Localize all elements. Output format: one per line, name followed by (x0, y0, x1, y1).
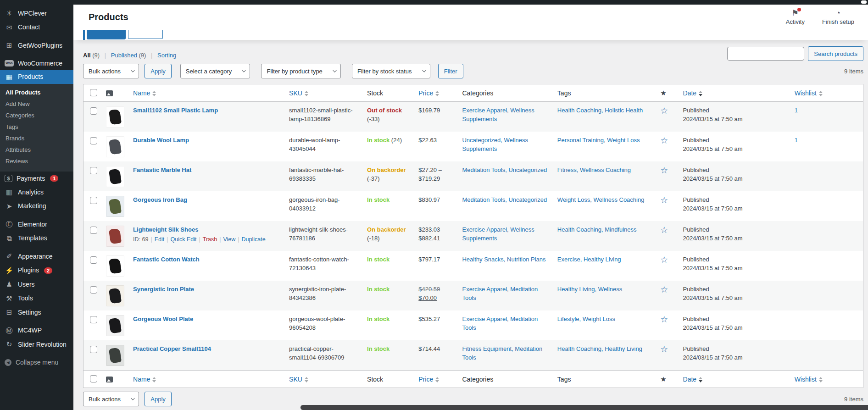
sidebar-item-tools[interactable]: ⚒Tools (0, 292, 73, 306)
product-name-link[interactable]: Fantastic Marble Hat (133, 166, 191, 173)
finish-setup-button[interactable]: ◔ Finish setup (822, 9, 854, 25)
edit-link[interactable]: Edit (155, 236, 171, 243)
product-name-link[interactable]: Synergistic Iron Plate (133, 286, 194, 293)
product-categories[interactable]: Fitness Equipment, Meditation Tools (462, 345, 542, 361)
sidebar-subitem-brands[interactable]: Brands (0, 133, 73, 144)
scrollbar-thumb[interactable] (861, 0, 867, 4)
sidebar-subitem-categories[interactable]: Categories (0, 110, 73, 121)
product-image[interactable] (106, 226, 124, 247)
bulk-actions-select-bottom[interactable]: Bulk actions (83, 392, 139, 406)
product-categories[interactable]: Exercise Apparel, Wellness Supplements (462, 226, 534, 242)
sidebar-subitem-reviews[interactable]: Reviews (0, 155, 73, 167)
sidebar-item-users[interactable]: ♟Users (0, 277, 73, 292)
bulk-actions-select[interactable]: Bulk actions (83, 64, 139, 78)
quick-edit-link[interactable]: Quick Edit (171, 236, 203, 243)
sidebar-item-marketing[interactable]: ➤Marketing (0, 199, 73, 214)
collapse-menu-button[interactable]: ◀Collapse menu (0, 356, 73, 369)
sort-by-date[interactable]: Date (683, 376, 697, 383)
row-select-checkbox[interactable] (90, 137, 97, 144)
product-tags[interactable]: Health Coaching, Mindfulness (557, 226, 637, 233)
featured-star-icon[interactable]: ☆ (660, 106, 668, 116)
sidebar-item-woocommerce[interactable]: WooWooCommerce (0, 57, 73, 70)
product-categories[interactable]: Meditation Tools, Uncategorized (462, 196, 547, 203)
sidebar-item-getwooplugins[interactable]: ⊞GetWooPlugins (0, 39, 73, 53)
product-name-link[interactable]: Small1102 Small Plastic Lamp (133, 107, 218, 114)
sort-by-price[interactable]: Price (418, 376, 433, 383)
select-all-checkbox[interactable] (90, 89, 97, 96)
product-image[interactable] (106, 166, 124, 187)
featured-star-icon[interactable]: ☆ (660, 225, 668, 235)
product-categories[interactable]: Exercise Apparel, Wellness Supplements (462, 107, 534, 122)
sort-by-sku[interactable]: SKU (289, 89, 302, 97)
featured-star-icon[interactable]: ☆ (660, 255, 668, 265)
featured-star-icon[interactable]: ☆ (660, 195, 668, 205)
sidebar-item-slider-revolution[interactable]: ↻Slider Revolution (0, 338, 73, 352)
sort-by-name[interactable]: Name (133, 89, 150, 97)
sort-by-name[interactable]: Name (133, 376, 150, 383)
sidebar-item-elementor[interactable]: ⒺElementor (0, 217, 73, 232)
product-name-link[interactable]: Gorgeous Iron Bag (133, 196, 187, 203)
product-image[interactable] (106, 345, 124, 366)
sort-by-wishlist[interactable]: Wishlist (795, 376, 817, 383)
duplicate-link[interactable]: Duplicate (242, 236, 266, 243)
product-tags[interactable]: Healthy Living, Wellness (557, 286, 622, 293)
product-tags[interactable]: Health Coaching, Holistic Health (557, 107, 643, 114)
product-tags[interactable]: Fitness, Wellness Coaching (557, 166, 631, 173)
view-link[interactable]: View (223, 236, 241, 243)
product-name-link[interactable]: Fantastic Cotton Watch (133, 256, 200, 263)
sidebar-subitem-add-new[interactable]: Add New (0, 98, 73, 110)
search-products-button[interactable]: Search products (808, 46, 863, 61)
cutoff-primary-button[interactable] (87, 30, 126, 39)
sidebar-item-plugins[interactable]: ⚡Plugins2 (0, 264, 73, 278)
product-categories[interactable]: Meditation Tools, Uncategorized (462, 166, 547, 173)
product-categories[interactable]: Uncategorized, Wellness Supplements (462, 137, 528, 152)
row-select-checkbox[interactable] (90, 286, 97, 294)
sidebar-subitem-tags[interactable]: Tags (0, 121, 73, 133)
category-filter-select[interactable]: Select a category (180, 64, 250, 78)
activity-button[interactable]: ⚑ Activity (786, 9, 805, 25)
row-select-checkbox[interactable] (90, 167, 97, 174)
product-name-link[interactable]: Lightweight Silk Shoes (133, 226, 198, 233)
product-name-link[interactable]: Practical Copper Small1104 (133, 345, 211, 352)
row-select-checkbox[interactable] (90, 316, 97, 323)
product-categories[interactable]: Exercise Apparel, Meditation Tools (462, 286, 538, 301)
product-name-link[interactable]: Durable Wool Lamp (133, 137, 189, 144)
featured-star-icon[interactable]: ☆ (660, 344, 668, 354)
view-published-link[interactable]: Published (111, 52, 137, 59)
sort-by-sku[interactable]: SKU (289, 376, 302, 383)
product-tags[interactable]: Personal Training, Weight Loss (557, 137, 640, 144)
sidebar-item-mc4wp[interactable]: ⓂMC4WP (0, 324, 73, 338)
sidebar-item-contact[interactable]: ✉Contact (0, 21, 73, 35)
featured-star-icon[interactable]: ☆ (660, 285, 668, 294)
sidebar-item-settings[interactable]: ⊟Settings (0, 305, 73, 320)
row-select-checkbox[interactable] (90, 227, 97, 234)
featured-star-icon[interactable]: ☆ (660, 136, 668, 145)
wishlist-count-link[interactable]: 1 (795, 107, 798, 114)
row-select-checkbox[interactable] (90, 256, 97, 264)
wishlist-count-link[interactable]: 1 (795, 137, 798, 144)
sidebar-item-payments[interactable]: $Payments1 (0, 172, 73, 185)
product-tags[interactable]: Health Coaching, Healthy Living (557, 345, 642, 352)
cutoff-secondary-button[interactable] (128, 30, 163, 39)
product-image[interactable] (106, 196, 124, 217)
product-tags[interactable]: Weight Loss, Wellness Coaching (557, 196, 645, 203)
sidebar-item-templates[interactable]: ⧉Templates (0, 232, 73, 246)
product-image[interactable] (106, 106, 124, 127)
apply-button[interactable]: Apply (145, 64, 172, 78)
sidebar-subitem-attributes[interactable]: Attributes (0, 144, 73, 155)
sidebar-item-products[interactable]: ▦Products (0, 70, 73, 84)
filter-button[interactable]: Filter (438, 64, 463, 78)
sort-by-wishlist[interactable]: Wishlist (795, 89, 817, 97)
sidebar-subitem-all-products[interactable]: All Products (0, 87, 73, 98)
featured-star-icon[interactable]: ☆ (660, 166, 668, 175)
apply-button-bottom[interactable]: Apply (145, 392, 172, 406)
view-sorting-link[interactable]: Sorting (157, 52, 176, 59)
search-products-input[interactable] (727, 47, 804, 61)
product-tags[interactable]: Lifestyle, Weight Loss (557, 316, 615, 322)
product-name-link[interactable]: Gorgeous Wool Plate (133, 316, 193, 322)
featured-star-icon[interactable]: ☆ (660, 315, 668, 324)
row-select-checkbox[interactable] (90, 197, 97, 204)
product-tags[interactable]: Exercise, Healthy Living (557, 256, 621, 263)
view-all-link[interactable]: All (83, 52, 91, 59)
product-image[interactable] (106, 255, 124, 277)
